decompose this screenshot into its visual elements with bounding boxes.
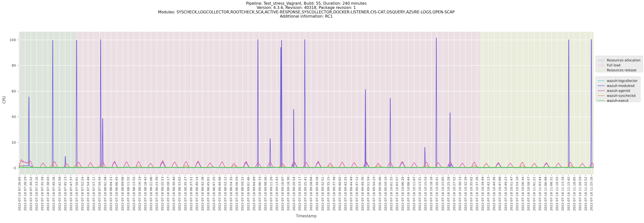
svg-text:2022-07-18 09:08:56: 2022-07-18 09:08:56 — [264, 177, 267, 211]
svg-text:2022-07-18 10:20:41: 2022-07-18 10:20:41 — [435, 177, 439, 211]
legend-series-item-0-swatch — [598, 80, 604, 81]
legend-series-item-4: wazuh-execd — [598, 98, 638, 103]
svg-text:2022-07-18 08:06:45: 2022-07-18 08:06:45 — [115, 177, 118, 211]
svg-text:2022-07-18 11:15:42: 2022-07-18 11:15:42 — [567, 177, 570, 211]
svg-text:2022-07-18 10:25:28: 2022-07-18 10:25:28 — [446, 177, 450, 211]
legend-region-item-0: Resources allocation — [598, 58, 640, 63]
y-axis-label: CPU — [2, 96, 6, 104]
legend-series-item-1-label: wazuh-modulesd — [607, 84, 634, 88]
legend-series-item-0-label: wazuh-logcollector — [607, 79, 638, 83]
svg-text:2022-07-18 08:16:19: 2022-07-18 08:16:19 — [138, 177, 142, 211]
svg-text:2022-07-18 09:47:12: 2022-07-18 09:47:12 — [355, 177, 359, 211]
svg-text:2022-07-18 09:28:04: 2022-07-18 09:28:04 — [309, 177, 313, 211]
region-band-2 — [480, 32, 594, 174]
svg-text:2022-07-18 07:42:50: 2022-07-18 07:42:50 — [58, 177, 62, 211]
svg-text:2022-07-18 07:54:48: 2022-07-18 07:54:48 — [86, 177, 90, 211]
svg-text:2022-07-18 10:27:52: 2022-07-18 10:27:52 — [452, 177, 456, 211]
svg-text:2022-07-18 10:49:23: 2022-07-18 10:49:23 — [504, 177, 508, 211]
svg-text:2022-07-18 09:11:20: 2022-07-18 09:11:20 — [269, 177, 273, 211]
svg-text:2022-07-18 09:37:38: 2022-07-18 09:37:38 — [332, 177, 336, 211]
svg-text:2022-07-18 08:11:32: 2022-07-18 08:11:32 — [126, 177, 130, 211]
svg-text:2022-07-18 10:44:36: 2022-07-18 10:44:36 — [492, 177, 496, 211]
svg-text:2022-07-18 09:49:36: 2022-07-18 09:49:36 — [361, 177, 364, 211]
svg-text:2022-07-18 08:52:12: 2022-07-18 08:52:12 — [224, 177, 227, 211]
legend-region-item-2-swatch — [598, 69, 604, 72]
svg-text:2022-07-18 08:21:06: 2022-07-18 08:21:06 — [149, 177, 153, 211]
svg-text:2022-07-18 10:51:47: 2022-07-18 10:51:47 — [510, 177, 513, 211]
svg-text:2022-07-18 08:04:21: 2022-07-18 08:04:21 — [109, 177, 113, 211]
svg-text:2022-07-18 09:04:09: 2022-07-18 09:04:09 — [252, 177, 256, 211]
svg-text:2022-07-18 08:47:25: 2022-07-18 08:47:25 — [212, 177, 216, 211]
legend-series-item-4-label: wazuh-execd — [607, 99, 628, 102]
svg-text:2022-07-18 11:22:52: 2022-07-18 11:22:52 — [584, 177, 588, 211]
svg-text:2022-07-18 10:37:26: 2022-07-18 10:37:26 — [475, 177, 479, 211]
svg-text:20: 20 — [12, 140, 16, 144]
svg-text:2022-07-18 09:01:46: 2022-07-18 09:01:46 — [246, 177, 250, 211]
svg-text:2022-07-18 10:18:18: 2022-07-18 10:18:18 — [429, 177, 433, 211]
svg-text:2022-07-18 07:57:11: 2022-07-18 07:57:11 — [92, 177, 96, 211]
svg-text:2022-07-18 11:13:18: 2022-07-18 11:13:18 — [561, 177, 564, 211]
svg-text:2022-07-18 11:08:31: 2022-07-18 11:08:31 — [550, 177, 553, 211]
legend-series-item-0: wazuh-logcollector — [598, 78, 638, 83]
svg-text:2022-07-18 10:35:02: 2022-07-18 10:35:02 — [470, 177, 473, 211]
svg-text:2022-07-18 11:10:55: 2022-07-18 11:10:55 — [555, 177, 559, 211]
legend-regions: Resources allocationFull loadResources r… — [596, 56, 643, 72]
legend-series-item-1-swatch — [598, 86, 604, 86]
legend-series-item-2-swatch — [598, 90, 604, 91]
svg-text:2022-07-18 08:28:17: 2022-07-18 08:28:17 — [166, 177, 170, 211]
svg-text:2022-07-18 09:56:46: 2022-07-18 09:56:46 — [378, 177, 382, 211]
svg-text:2022-07-18 10:23:05: 2022-07-18 10:23:05 — [441, 177, 444, 211]
svg-text:2022-07-18 09:42:25: 2022-07-18 09:42:25 — [344, 177, 347, 211]
legend-series: wazuh-logcollectorwazuh-modulesdwazuh-ag… — [596, 76, 640, 102]
svg-text:2022-07-18 08:01:58: 2022-07-18 08:01:58 — [103, 177, 107, 211]
legend-region-item-0-label: Resources allocation — [607, 58, 640, 62]
svg-text:2022-07-18 09:32:51: 2022-07-18 09:32:51 — [321, 177, 324, 211]
svg-text:2022-07-18 08:56:59: 2022-07-18 08:56:59 — [235, 177, 238, 211]
svg-text:2022-07-18 07:52:24: 2022-07-18 07:52:24 — [80, 177, 84, 211]
svg-text:2022-07-18 07:50:01: 2022-07-18 07:50:01 — [75, 177, 78, 211]
svg-text:2022-07-18 08:35:27: 2022-07-18 08:35:27 — [184, 177, 187, 211]
svg-text:2022-07-18 08:40:14: 2022-07-18 08:40:14 — [195, 177, 199, 211]
svg-text:40: 40 — [12, 115, 16, 119]
svg-text:2022-07-18 11:25:16: 2022-07-18 11:25:16 — [590, 177, 593, 211]
svg-text:2022-07-18 08:23:30: 2022-07-18 08:23:30 — [155, 177, 158, 211]
svg-text:0: 0 — [14, 166, 16, 170]
legend-series-item-2-label: wazuh-agentd — [607, 89, 630, 93]
svg-text:2022-07-18 10:58:57: 2022-07-18 10:58:57 — [526, 177, 530, 211]
svg-text:2022-07-18 10:56:34: 2022-07-18 10:56:34 — [521, 177, 524, 211]
svg-text:2022-07-18 08:54:35: 2022-07-18 08:54:35 — [229, 177, 233, 211]
legend-region-item-2: Resources release — [598, 68, 640, 72]
svg-text:2022-07-18 10:47:00: 2022-07-18 10:47:00 — [498, 177, 502, 211]
svg-text:2022-07-18 10:13:31: 2022-07-18 10:13:31 — [418, 177, 422, 211]
svg-text:2022-07-18 09:18:30: 2022-07-18 09:18:30 — [286, 177, 290, 211]
legend-region-item-1-label: Full load — [607, 64, 620, 67]
svg-text:2022-07-18 07:38:03: 2022-07-18 07:38:03 — [46, 177, 50, 211]
svg-text:2022-07-18 08:30:40: 2022-07-18 08:30:40 — [172, 177, 176, 211]
svg-text:2022-07-18 10:54:10: 2022-07-18 10:54:10 — [515, 177, 519, 211]
svg-text:2022-07-18 08:45:01: 2022-07-18 08:45:01 — [206, 177, 210, 211]
svg-text:2022-07-18 09:16:07: 2022-07-18 09:16:07 — [281, 177, 284, 211]
svg-text:2022-07-18 11:20:29: 2022-07-18 11:20:29 — [578, 177, 582, 211]
x-tick-labels: 2022-07-18 07:26:052022-07-18 07:28:2920… — [18, 177, 593, 211]
legend-region-item-0-swatch — [598, 59, 604, 62]
svg-text:2022-07-18 09:44:49: 2022-07-18 09:44:49 — [349, 177, 353, 211]
svg-text:2022-07-18 10:08:44: 2022-07-18 10:08:44 — [406, 177, 410, 211]
svg-text:2022-07-18 10:11:07: 2022-07-18 10:11:07 — [412, 177, 416, 211]
svg-text:60: 60 — [12, 89, 16, 93]
svg-text:2022-07-18 09:06:33: 2022-07-18 09:06:33 — [258, 177, 262, 211]
cpu-chart: 0204060801002022-07-18 07:26:052022-07-1… — [0, 0, 644, 223]
legend-series-item-3-swatch — [598, 96, 604, 96]
svg-text:2022-07-18 09:20:54: 2022-07-18 09:20:54 — [292, 177, 296, 211]
svg-text:2022-07-18 10:15:54: 2022-07-18 10:15:54 — [424, 177, 427, 211]
svg-text:2022-07-18 10:03:57: 2022-07-18 10:03:57 — [395, 177, 399, 211]
cpu-usage-figure: Pipeline: Test_stress_Vagrant, Build: 55… — [0, 0, 644, 223]
svg-text:80: 80 — [12, 64, 16, 68]
legend-series-item-3-label: wazuh-syscheckd — [607, 94, 636, 98]
svg-text:2022-07-18 10:42:13: 2022-07-18 10:42:13 — [486, 177, 490, 211]
svg-text:2022-07-18 07:40:26: 2022-07-18 07:40:26 — [52, 177, 56, 211]
svg-text:2022-07-18 08:09:08: 2022-07-18 08:09:08 — [121, 177, 124, 211]
svg-text:100: 100 — [10, 38, 16, 42]
svg-text:2022-07-18 09:30:28: 2022-07-18 09:30:28 — [315, 177, 319, 211]
legend-region-item-2-label: Resources release — [607, 68, 636, 72]
svg-text:2022-07-18 10:06:20: 2022-07-18 10:06:20 — [401, 177, 404, 211]
